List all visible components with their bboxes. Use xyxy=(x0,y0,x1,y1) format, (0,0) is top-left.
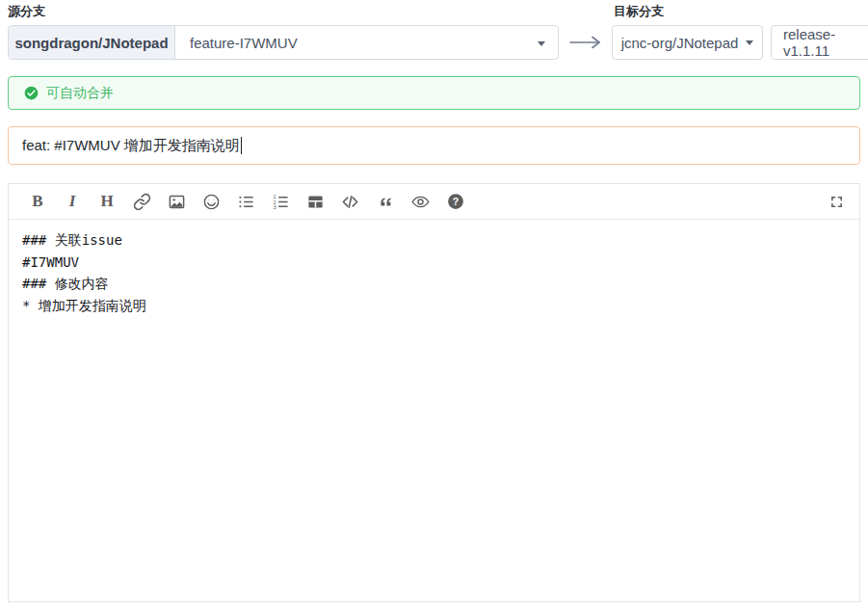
editor-line: ### 修改内容 xyxy=(22,273,846,295)
help-icon: ? xyxy=(447,193,464,210)
target-repo-value: jcnc-org/JNotepad xyxy=(621,35,739,51)
quote-button[interactable] xyxy=(376,185,395,219)
editor-line: * 增加开发指南说明 xyxy=(22,295,846,317)
markdown-editor: B I H xyxy=(8,183,860,602)
italic-button[interactable]: I xyxy=(63,185,82,219)
link-icon xyxy=(133,193,151,211)
editor-line: #I7WMUV xyxy=(22,252,846,274)
target-branch-value: release-v1.1.11 xyxy=(783,26,868,59)
bold-button[interactable]: B xyxy=(28,185,47,219)
merge-status-text: 可自动合并 xyxy=(46,85,114,102)
source-branch-value: feature-I7WMUV xyxy=(190,35,298,51)
quote-icon xyxy=(377,193,395,211)
target-branch-dropdown[interactable]: release-v1.1.11 xyxy=(771,25,868,60)
fullscreen-icon xyxy=(829,195,844,209)
help-button[interactable]: ? xyxy=(446,185,465,219)
unordered-list-button[interactable] xyxy=(236,185,255,219)
target-branch-label: 目标分支 xyxy=(614,3,664,20)
editor-content-area[interactable]: ### 关联issue #I7WMUV ### 修改内容 * 增加开发指南说明 xyxy=(9,220,859,592)
preview-button[interactable] xyxy=(410,185,431,219)
svg-text:3: 3 xyxy=(273,203,276,209)
text-cursor xyxy=(241,137,242,154)
svg-text:?: ? xyxy=(453,196,459,207)
merge-direction-arrow-icon xyxy=(565,25,607,60)
preview-eye-icon xyxy=(410,193,431,211)
unordered-list-icon xyxy=(237,193,255,211)
source-branch-selector: songdragon/JNotepad feature-I7WMUV xyxy=(8,25,559,60)
image-button[interactable] xyxy=(167,185,186,219)
code-button[interactable] xyxy=(340,185,360,219)
pr-title-input[interactable]: feat: #I7WMUV 增加开发指南说明 xyxy=(8,126,860,165)
source-branch-dropdown[interactable]: feature-I7WMUV xyxy=(175,26,558,59)
editor-line: ### 关联issue xyxy=(22,229,846,252)
check-circle-icon xyxy=(24,86,39,100)
fullscreen-button[interactable] xyxy=(827,185,846,219)
pr-title-text: feat: #I7WMUV 增加开发指南说明 xyxy=(22,137,240,155)
link-button[interactable] xyxy=(132,185,151,219)
editor-toolbar: B I H xyxy=(9,184,859,220)
chevron-down-icon xyxy=(746,40,753,45)
code-icon xyxy=(340,193,360,211)
ordered-list-button[interactable]: 1 2 3 xyxy=(271,185,290,219)
ordered-list-icon: 1 2 3 xyxy=(272,193,290,211)
emoji-icon xyxy=(202,193,221,211)
table-button[interactable] xyxy=(305,185,325,219)
emoji-button[interactable] xyxy=(201,185,221,219)
chevron-down-icon xyxy=(538,41,545,46)
merge-status-banner: 可自动合并 xyxy=(8,76,860,110)
source-repo-segment[interactable]: songdragon/JNotepad xyxy=(9,26,175,59)
table-icon xyxy=(306,193,325,211)
image-icon xyxy=(168,193,186,211)
target-repo-dropdown[interactable]: jcnc-org/JNotepad xyxy=(612,25,763,60)
heading-button[interactable]: H xyxy=(97,185,117,219)
source-branch-label: 源分支 xyxy=(8,3,45,20)
